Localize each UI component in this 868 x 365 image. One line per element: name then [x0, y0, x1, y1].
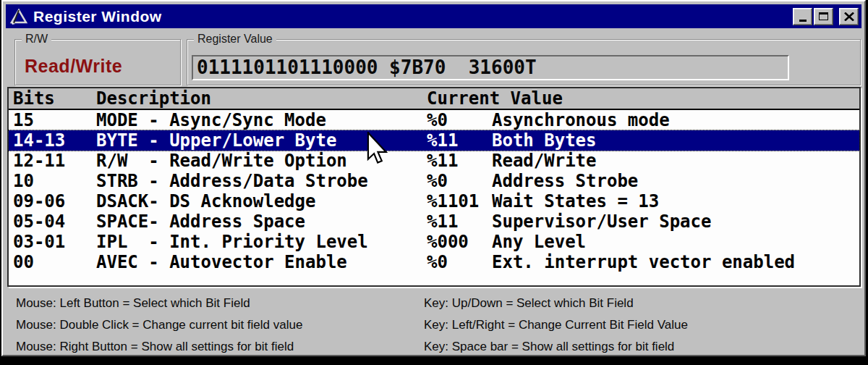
row-bits: 12-11	[13, 151, 96, 171]
close-icon	[844, 12, 854, 21]
row-description: SPACE- Address Space	[96, 211, 427, 232]
list-rows-container: 15 MODE - Async/Sync Mode %0 Asynchronou…	[9, 110, 859, 272]
help-line: Key: Up/Down = Select which Bit Field	[424, 293, 688, 314]
table-row[interactable]: 05-04 SPACE- Address Space %11 Superviso…	[9, 211, 859, 232]
help-line: Mouse: Left Button = Select which Bit Fi…	[16, 293, 302, 314]
row-description: MODE - Async/Sync Mode	[96, 110, 427, 130]
register-window: Register Window R/W Read/Write Register …	[1, 0, 866, 356]
help-mouse-column: Mouse: Left Button = Select which Bit Fi…	[16, 293, 302, 358]
row-bits: 05-04	[13, 211, 96, 232]
row-description: IPL - Int. Priority Level	[96, 232, 427, 252]
row-meaning: Wait States = 13	[492, 191, 859, 211]
row-meaning: Address Strobe	[492, 171, 859, 191]
window-title: Register Window	[33, 8, 162, 25]
titlebar[interactable]: Register Window	[6, 4, 861, 28]
table-row[interactable]: 12-11 R/W - Read/Write Option %11 Read/W…	[9, 151, 859, 171]
rw-value: Read/Write	[25, 56, 122, 77]
row-meaning: Ext. interrupt vector enabled	[492, 252, 859, 272]
bitfield-list[interactable]: Bits Description Current Value 15 MODE -…	[7, 87, 861, 287]
row-meaning: Asynchronous mode	[492, 110, 859, 130]
row-bits: 14-13	[13, 130, 96, 151]
help-line: Key: Space bar = Show all settings for b…	[424, 336, 688, 358]
minimize-icon	[799, 20, 807, 22]
table-row[interactable]: 09-06 DSACK- DS Acknowledge %1101 Wait S…	[9, 191, 859, 211]
row-meaning: Supervisor/User Space	[492, 211, 859, 232]
row-value: %11	[427, 211, 492, 232]
minimize-button[interactable]	[793, 8, 812, 25]
table-row[interactable]: 03-01 IPL - Int. Priority Level %000 Any…	[9, 232, 859, 252]
help-line: Mouse: Right Button = Show all settings …	[16, 336, 302, 358]
row-bits: 09-06	[13, 191, 96, 211]
row-description: AVEC - Autovector Enable	[96, 252, 427, 272]
table-row[interactable]: 10 STRB - Address/Data Strobe %0 Address…	[9, 171, 859, 191]
app-icon	[9, 8, 28, 25]
row-meaning: Any Level	[492, 232, 859, 252]
row-description: STRB - Address/Data Strobe	[96, 171, 427, 191]
row-description: DSACK- DS Acknowledge	[96, 191, 427, 211]
row-bits: 03-01	[13, 232, 96, 252]
header-description: Description	[96, 88, 427, 109]
register-value-field[interactable]: 0111101101110000 $7B70 31600T	[192, 55, 789, 80]
mouse-cursor	[366, 132, 388, 165]
row-bits: 10	[13, 171, 96, 191]
rw-groupbox: R/W Read/Write	[14, 39, 181, 85]
register-value-label: Register Value	[194, 33, 276, 46]
header-bits: Bits	[13, 88, 96, 109]
row-value: %000	[427, 232, 492, 252]
row-value: %0	[427, 252, 492, 272]
close-button[interactable]	[839, 8, 859, 25]
row-value: %0	[427, 171, 492, 191]
maximize-button[interactable]	[814, 8, 833, 25]
register-value-groupbox: Register Value 0111101101110000 $7B70 31…	[187, 39, 861, 85]
row-bits: 15	[13, 110, 96, 130]
table-row[interactable]: 14-13 BYTE - Upper/Lower Byte %11 Both B…	[9, 130, 859, 151]
list-header: Bits Description Current Value	[9, 88, 859, 110]
row-meaning: Read/Write	[492, 151, 859, 171]
row-meaning: Both Bytes	[492, 130, 859, 151]
row-value: %11	[427, 151, 492, 171]
table-row[interactable]: 00 AVEC - Autovector Enable %0 Ext. inte…	[9, 252, 859, 272]
row-value: %0	[427, 110, 492, 130]
header-current-value: Current Value	[427, 88, 859, 109]
table-row[interactable]: 15 MODE - Async/Sync Mode %0 Asynchronou…	[9, 110, 859, 130]
help-line: Mouse: Double Click = Change current bit…	[16, 314, 302, 336]
rw-group-label: R/W	[22, 33, 51, 46]
help-line: Key: Left/Right = Change Current Bit Fie…	[424, 314, 688, 336]
row-bits: 00	[13, 252, 96, 272]
help-keys-column: Key: Up/Down = Select which Bit FieldKey…	[424, 293, 688, 358]
maximize-icon	[819, 12, 828, 20]
row-value: %1101	[427, 191, 492, 211]
row-value: %11	[427, 130, 492, 151]
